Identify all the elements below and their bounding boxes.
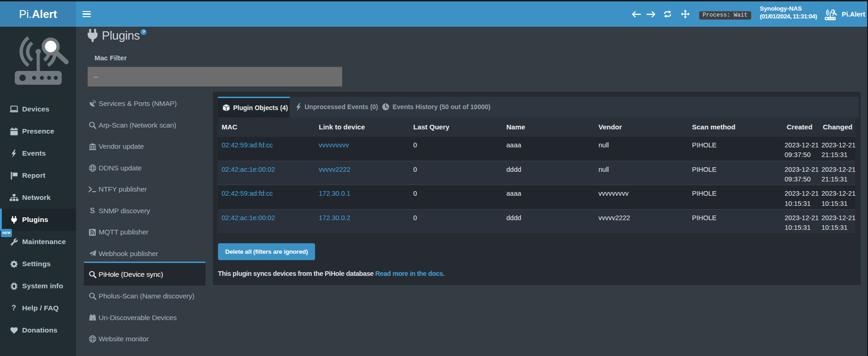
table-row-1[interactable]: 02:42:59:ad:fd:ccvvvvvvvvv0aaaanullPIHOL… [218,137,855,161]
brand-logo[interactable]: Pi.Alert [0,1,76,27]
plugin-nav-item-mqtt-publisher[interactable]: MQTT publisher [84,222,205,243]
plugin-nav-item-ddns-update[interactable]: DDNS update [84,158,205,179]
plugin-nav-item-arp-scan-network-scan[interactable]: Arp-Scan (Network scan) [84,115,205,136]
table-row-3[interactable]: 02:42:59:ad:fd:cc172.30.0.10aaaavvvvvvvv… [218,185,855,209]
gear-icon [9,260,18,268]
delete-all-button[interactable]: Delete all (filters are ignored) [218,243,315,260]
device-link[interactable]: vvvvv2222 [319,166,351,173]
microchip-icon [9,282,18,290]
sidebar-item-presence[interactable]: Presence [0,120,76,142]
cell-scan-method: PIHOLE [688,210,781,223]
bolt-icon [296,103,301,111]
device-link[interactable]: 172.30.0.1 [319,190,351,197]
globe-icon [88,164,96,172]
sidebar-item-label: Help / FAQ [22,304,59,312]
column-header-created[interactable]: Created [781,117,818,137]
tab-label: Plugin Objects (4) [233,104,288,111]
mac-link[interactable]: 02:42:59:ad:fd:cc [222,190,273,197]
pialert-logo [9,30,69,86]
nav-forward-button[interactable] [643,1,659,27]
hamburger-menu-icon[interactable] [82,1,99,27]
device-link[interactable]: vvvvvvvvv [319,141,349,149]
cell-last-query: 0 [410,161,503,175]
column-header-scan-method[interactable]: Scan method [688,117,781,137]
cube-icon [223,104,230,111]
plugin-nav-item-vendor-update[interactable]: Vendor update [84,136,205,158]
sidebar-item-report[interactable]: Report [0,164,76,187]
help-badge[interactable]: ? [141,29,147,35]
cell-scan-method: PIHOLE [688,185,781,198]
sidebar-item-label: Maintenance [22,238,66,246]
plugin-nav-label: Vendor update [99,142,144,151]
tab-plugin-objects-4[interactable]: Plugin Objects (4) [218,97,290,118]
plugin-nav-item-ntfy-publisher[interactable]: NTFY publisher [84,179,205,200]
plugin-nav-item-pihole-device-sync[interactable]: PiHole (Device sync) [84,262,205,286]
sidebar-item-help-faq[interactable]: ?Help / FAQ [0,297,76,319]
sidebar-item-maintenance[interactable]: MaintenanceNEW [0,231,76,253]
mac-link[interactable]: 02:42:ac:1e:00:02 [222,214,275,222]
sidebar-item-system-info[interactable]: System info [0,275,76,297]
cell-mac: 02:42:59:ad:fd:cc [218,137,315,150]
sidebar-item-events[interactable]: Events [0,142,76,164]
nav-back-button[interactable] [628,1,644,27]
sidebar-item-donations[interactable]: Donations [0,319,76,341]
plugin-nav-label: MQTT publisher [99,228,148,236]
cell-name: aaaa [503,137,595,150]
cell-last-query: 0 [410,185,503,198]
plugin-nav-item-website-monitor[interactable]: Website monitor [84,328,205,350]
cell-link-to-device: vvvvv2222 [315,161,410,175]
cell-link-to-device: vvvvvvvvv [315,137,410,150]
plugin-nav-item-services-ports-nmap[interactable]: Services & Ports (NMAP) [84,93,205,115]
flag-icon [9,172,18,180]
sidebar-item-label: Events [22,149,46,158]
app-window: Pi.Alert Process: Wait Synology-NAS (01/… [0,0,868,356]
table-header: MACLink to deviceLast QueryNameVendorSca… [218,117,855,137]
cell-created: 2023-12-2110:15:31 [781,210,818,233]
column-header-last-query[interactable]: Last Query [410,117,503,137]
sidebar-item-plugins[interactable]: Plugins [0,209,76,231]
tab-bar: Plugin Objects (4)Unprocessed Events (0)… [218,97,859,118]
plugin-nav-item-pholus-scan-name-discovery[interactable]: Pholus-Scan (Name discovery) [84,286,205,307]
mac-link[interactable]: 02:42:ac:1e:00:02 [222,166,275,173]
column-header-link-to-device[interactable]: Link to device [315,117,410,137]
user-menu[interactable]: Pi.Alert [824,1,865,27]
nav-move-button[interactable] [677,1,693,27]
cell-changed: 2023-12-2121:15:31 [818,137,855,160]
sidebar-item-label: Presence [22,127,54,135]
column-header-name[interactable]: Name [503,117,595,137]
satellite-dish-icon [88,100,96,107]
docs-link[interactable]: Read more in the docs. [375,270,445,277]
sidebar-item-label: Donations [22,326,58,334]
device-link[interactable]: 172.30.0.2 [319,214,351,222]
cell-last-query: 0 [410,210,503,223]
plugin-nav-item-un-discoverable-devices[interactable]: Un-Discoverable Devices [84,307,205,329]
sidebar: DevicesPresenceEventsReportNetworkPlugin… [0,27,76,356]
mac-link[interactable]: 02:42:59:ad:fd:cc [222,141,273,149]
tab-unprocessed-events-0[interactable]: Unprocessed Events (0) [290,97,376,118]
nav-refresh-button[interactable] [660,1,675,27]
host-datetime: (01/01/2024, 11:31:04) [760,13,817,21]
search-icon [88,122,96,129]
table-row-4[interactable]: 02:42:ac:1e:00:02172.30.0.20ddddvvvvv222… [218,209,855,233]
search-icon [88,271,96,278]
main-content: Plugins ? Mac Filter Services & Ports (N… [76,27,867,356]
plugin-nav-item-snmp-discovery[interactable]: SSNMP discovery [84,200,205,222]
tab-events-history-50-out-of-10000[interactable]: Events History (50 out of 10000) [376,97,489,118]
plugin-nav-label: Services & Ports (NMAP) [99,99,176,108]
plugin-nav-list: Services & Ports (NMAP)Arp-Scan (Network… [84,93,205,350]
top-navbar: Pi.Alert Process: Wait Synology-NAS (01/… [0,1,867,27]
sidebar-item-network[interactable]: Network [0,187,76,209]
mac-filter-input[interactable] [88,67,342,87]
plug-icon [9,216,18,224]
new-badge: NEW [1,229,12,237]
cell-mac: 02:42:ac:1e:00:02 [218,161,315,175]
sidebar-item-settings[interactable]: Settings [0,253,76,275]
bank-icon [88,143,96,150]
mac-filter-label: Mac Filter [94,54,127,62]
column-header-mac[interactable]: MAC [218,117,315,137]
sidebar-item-devices[interactable]: Devices [0,98,76,120]
table-row-2[interactable]: 02:42:ac:1e:00:02vvvvv22220ddddnullPIHOL… [218,161,855,185]
sidebar-item-label: Settings [22,260,51,268]
column-header-changed[interactable]: Changed [818,117,855,137]
column-header-vendor[interactable]: Vendor [595,117,688,137]
